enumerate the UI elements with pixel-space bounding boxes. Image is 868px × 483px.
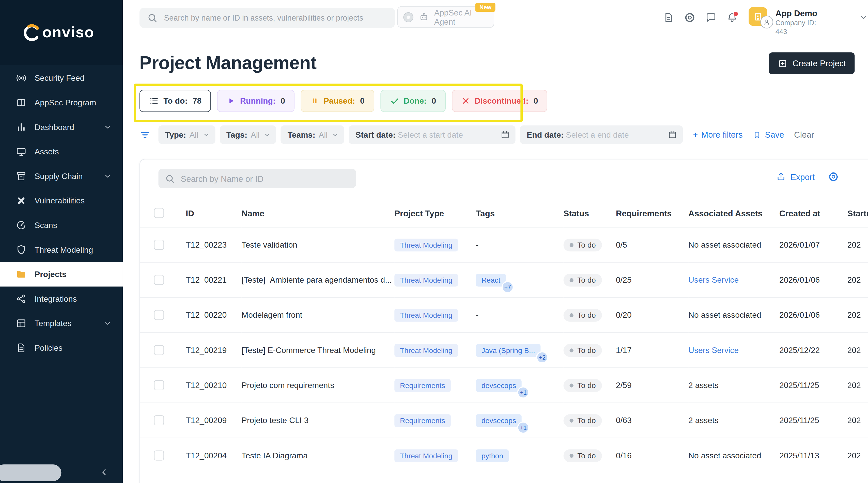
- chat-icon[interactable]: [705, 12, 717, 24]
- status-badge: To do: [563, 379, 602, 392]
- user-info: App Demo Company ID: 443: [776, 7, 828, 36]
- sidebar-item-security-feed[interactable]: Security Feed: [0, 66, 123, 90]
- row-checkbox[interactable]: [154, 450, 164, 461]
- global-search-input[interactable]: [163, 13, 377, 23]
- table-row[interactable]: T12_00221 [Teste]_Ambiente para agendame…: [140, 262, 868, 297]
- search-icon: [165, 174, 175, 183]
- filter-row: Type: All Tags: All Teams: All Start dat…: [140, 125, 814, 144]
- cell-created: 2025/11/25: [779, 403, 847, 438]
- sidebar-item-assets[interactable]: Assets: [0, 139, 123, 164]
- x-icon: [461, 96, 470, 105]
- tag-badge: devsecops: [476, 379, 522, 392]
- cell-tags: -: [476, 240, 479, 249]
- sidebar-item-scans[interactable]: Scans: [0, 213, 123, 238]
- sidebar-item-integrations[interactable]: Integrations: [0, 286, 123, 311]
- sidebar-item-threat-modeling[interactable]: Threat Modeling: [0, 237, 123, 262]
- bookmark-icon: [753, 130, 762, 139]
- cell-started: 202: [847, 438, 868, 473]
- row-checkbox[interactable]: [154, 345, 164, 355]
- cell-id: T12_00204: [186, 438, 242, 473]
- sidebar-item-projects[interactable]: Projects: [0, 262, 123, 287]
- chevron-down-icon: [104, 123, 112, 131]
- sidebar-item-label: Scans: [35, 221, 57, 230]
- row-checkbox[interactable]: [154, 380, 164, 390]
- row-checkbox[interactable]: [154, 240, 164, 250]
- sidebar-item-supply-chain[interactable]: Supply Chain: [0, 164, 123, 188]
- settings-gear-icon[interactable]: [684, 12, 696, 24]
- column-status: Status: [563, 199, 616, 227]
- cell-id: T12_00209: [186, 403, 242, 438]
- projects-table: ID Name Project Type Tags Status Require…: [140, 199, 868, 483]
- cell-name: Teste IA Diagrama: [242, 438, 395, 473]
- table-row[interactable]: T12_00203 Teste TM Threat Modeling - To …: [140, 473, 868, 483]
- cell-requirements: 1/17: [616, 333, 688, 368]
- row-checkbox[interactable]: [154, 310, 164, 320]
- clear-filters-button[interactable]: Clear: [794, 130, 814, 139]
- export-button[interactable]: Export: [776, 172, 815, 182]
- table-row[interactable]: T12_00210 Projeto com requirements Requi…: [140, 368, 868, 403]
- list-icon: [149, 96, 159, 106]
- sidebar-item-templates[interactable]: Templates: [0, 311, 123, 336]
- status-filter-paused[interactable]: Paused: 0: [301, 90, 374, 112]
- tags-filter-dropdown[interactable]: Tags: All: [220, 125, 276, 144]
- sidebar-item-appsec-program[interactable]: AppSec Program: [0, 90, 123, 115]
- sidebar-nav: Security Feed AppSec Program Dashboard: [0, 66, 123, 360]
- sidebar-collapse-button[interactable]: [99, 467, 110, 477]
- user-menu[interactable]: App Demo Company ID: 443: [749, 7, 868, 36]
- radar-icon: [16, 220, 27, 231]
- create-project-button[interactable]: Create Project: [769, 52, 855, 74]
- status-filter-discontinued[interactable]: Discontinued: 0: [452, 90, 548, 112]
- cell-requirements: 0/5: [616, 227, 688, 262]
- teams-filter-dropdown[interactable]: Teams: All: [281, 125, 344, 144]
- sidebar-item-dashboard[interactable]: Dashboard: [0, 115, 123, 139]
- end-date-field[interactable]: End date: Select a end date: [520, 125, 683, 144]
- table-row[interactable]: T12_00209 Projeto teste CLI 3 Requiremen…: [140, 403, 868, 438]
- cell-started: 202: [847, 227, 868, 262]
- sidebar-item-label: Supply Chain: [35, 172, 83, 181]
- share-nodes-icon: [16, 293, 27, 304]
- status-dot: [570, 348, 574, 352]
- global-search[interactable]: [140, 8, 395, 28]
- row-checkbox[interactable]: [154, 275, 164, 285]
- user-name: App Demo: [776, 7, 828, 19]
- sidebar-item-label: Security Feed: [35, 74, 84, 83]
- start-date-field[interactable]: Start date: Select a start date: [349, 125, 516, 144]
- column-project-type: Project Type: [394, 199, 476, 227]
- sidebar-item-label: Templates: [35, 319, 71, 328]
- status-dot: [570, 313, 574, 317]
- table-row[interactable]: T12_00204 Teste IA Diagrama Threat Model…: [140, 438, 868, 473]
- status-filter-running[interactable]: Running: 0: [217, 90, 295, 112]
- table-search[interactable]: [158, 169, 356, 188]
- cell-name: Projeto teste CLI 3: [242, 403, 395, 438]
- tags-filter-value: All: [251, 130, 259, 139]
- asset-link[interactable]: Users Service: [688, 276, 739, 284]
- user-menu-chevron[interactable]: [859, 13, 868, 22]
- document-icon[interactable]: [663, 12, 675, 24]
- more-filters-button[interactable]: + More filters: [693, 130, 742, 139]
- notifications-bell-icon[interactable]: [726, 12, 738, 24]
- save-filter-button[interactable]: Save: [753, 130, 784, 139]
- status-dot: [570, 243, 574, 247]
- status-badge: To do: [563, 414, 602, 427]
- table-row[interactable]: T12_00223 Teste validation Threat Modeli…: [140, 227, 868, 262]
- table-row[interactable]: T12_00219 [Teste] E-Commerce Threat Mode…: [140, 333, 868, 368]
- type-filter-dropdown[interactable]: Type: All: [158, 125, 215, 144]
- table-settings-gear-icon[interactable]: [828, 171, 839, 182]
- plus-square-icon: [777, 58, 787, 68]
- select-all-checkbox[interactable]: [154, 208, 164, 218]
- sidebar-item-label: Vulnerabilities: [35, 196, 85, 205]
- table-search-input[interactable]: [180, 173, 349, 184]
- horizontal-scrollbar-thumb[interactable]: [0, 464, 61, 481]
- layout-icon: [16, 318, 27, 329]
- sidebar-item-policies[interactable]: Policies: [0, 336, 123, 360]
- filter-sliders-icon[interactable]: [140, 129, 151, 140]
- row-checkbox[interactable]: [154, 415, 164, 426]
- appsec-ai-agent-button[interactable]: AppSec AI Agent New: [397, 6, 494, 28]
- asset-link[interactable]: Users Service: [688, 346, 739, 355]
- cell-assets: No asset associated: [688, 227, 779, 262]
- status-filter-todo[interactable]: To do: 78: [140, 90, 211, 112]
- table-row[interactable]: T12_00220 Modelagem front Threat Modelin…: [140, 297, 868, 332]
- status-filter-done[interactable]: Done: 0: [380, 90, 445, 112]
- sidebar-item-vulnerabilities[interactable]: Vulnerabilities: [0, 188, 123, 213]
- tag-more-badge: +2: [537, 352, 547, 362]
